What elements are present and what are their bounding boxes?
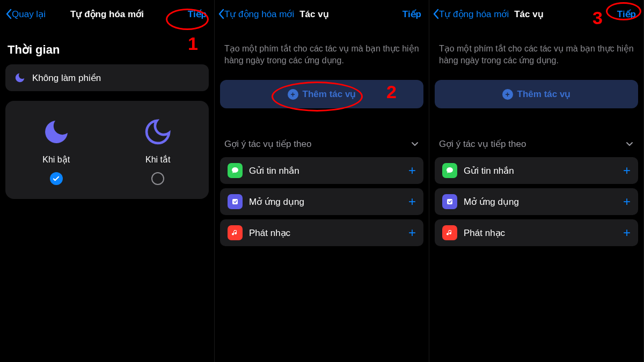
action-send-message[interactable]: Gửi tin nhắn + — [220, 157, 423, 184]
back-label: Quay lại — [12, 9, 46, 20]
pane-actions-b: Tự động hóa mới Tác vụ Tiếp Tạo một phím… — [429, 0, 644, 362]
suggestions-header[interactable]: Gợi ý tác vụ tiếp theo — [429, 108, 643, 157]
app-icon — [442, 194, 457, 209]
option-on[interactable]: Khi bật — [5, 117, 107, 185]
option-on-label: Khi bật — [42, 154, 70, 165]
svg-point-0 — [232, 167, 238, 173]
moon-icon — [14, 72, 26, 84]
action-label: Mở ứng dụng — [464, 196, 617, 208]
action-label: Mở ứng dụng — [249, 196, 402, 208]
action-send-message[interactable]: Gửi tin nhắn + — [435, 157, 638, 184]
action-label: Gửi tin nhắn — [249, 165, 402, 176]
radio-unchecked — [151, 172, 164, 185]
section-heading: Thời gian — [0, 27, 214, 64]
action-play-music[interactable]: Phát nhạc + — [220, 219, 423, 246]
header-left: Tự động hóa mới Tác vụ — [218, 9, 329, 20]
next-button[interactable]: Tiếp — [400, 8, 423, 21]
action-label: Phát nhạc — [249, 227, 402, 239]
dnd-label: Không làm phiền — [32, 72, 101, 84]
next-button[interactable]: Tiếp — [615, 8, 638, 21]
app-icon — [228, 194, 243, 209]
action-list: Gửi tin nhắn + Mở ứng dụng + Phát nhạc + — [220, 157, 423, 246]
back-button[interactable]: Quay lại — [5, 9, 46, 20]
header: Quay lại Tự động hóa mới Tiếp — [0, 0, 214, 27]
option-off[interactable]: Khi tắt — [107, 117, 209, 185]
suggestions-header[interactable]: Gợi ý tác vụ tiếp theo — [215, 108, 429, 157]
action-label: Gửi tin nhắn — [464, 165, 617, 176]
plus-icon: + — [623, 194, 631, 209]
svg-rect-1 — [232, 199, 238, 204]
action-play-music[interactable]: Phát nhạc + — [435, 219, 638, 246]
back-button[interactable]: Tự động hóa mới — [218, 9, 294, 20]
suggestions-title: Gợi ý tác vụ tiếp theo — [224, 138, 311, 150]
plus-icon: + — [623, 163, 631, 178]
header-title: Tự động hóa mới — [70, 9, 144, 20]
add-action-button[interactable]: + Thêm tác vụ — [435, 80, 638, 108]
messages-icon — [442, 163, 457, 178]
radio-checked — [50, 172, 63, 185]
pane-automation-new: Quay lại Tự động hóa mới Tiếp Thời gian … — [0, 0, 215, 362]
dnd-row[interactable]: Không làm phiền — [5, 64, 209, 91]
moon-outline-icon — [143, 117, 173, 147]
pane-actions-a: Tự động hóa mới Tác vụ Tiếp Tạo một phím… — [215, 0, 429, 362]
svg-rect-3 — [447, 199, 452, 204]
plus-icon: + — [623, 225, 631, 240]
check-icon — [53, 175, 60, 182]
chevron-down-icon — [411, 140, 419, 149]
options-card: Khi bật Khi tắt — [5, 101, 209, 199]
desc-text: Tạo một phím tắt cho các tác vụ mà bạn t… — [429, 27, 643, 76]
header-title: Tác vụ — [299, 9, 328, 20]
chevron-left-icon — [218, 9, 224, 19]
action-label: Phát nhạc — [464, 227, 617, 239]
add-action-label: Thêm tác vụ — [517, 88, 571, 100]
option-off-label: Khi tắt — [145, 154, 170, 165]
plus-icon: + — [408, 194, 416, 209]
add-action-button[interactable]: + Thêm tác vụ — [220, 80, 423, 108]
add-action-label: Thêm tác vụ — [303, 88, 356, 100]
header-left: Tự động hóa mới Tác vụ — [433, 9, 544, 20]
action-open-app[interactable]: Mở ứng dụng + — [220, 188, 423, 215]
back-label: Tự động hóa mới — [439, 9, 509, 20]
action-list: Gửi tin nhắn + Mở ứng dụng + Phát nhạc + — [435, 157, 638, 246]
plus-icon: + — [408, 225, 416, 240]
back-button[interactable]: Tự động hóa mới — [433, 9, 509, 20]
header-title: Tác vụ — [514, 9, 543, 20]
suggestions-title: Gợi ý tác vụ tiếp theo — [439, 138, 526, 150]
header: Tự động hóa mới Tác vụ Tiếp — [429, 0, 643, 27]
desc-text: Tạo một phím tắt cho các tác vụ mà bạn t… — [215, 27, 429, 76]
chevron-left-icon — [433, 9, 439, 19]
action-open-app[interactable]: Mở ứng dụng + — [435, 188, 638, 215]
svg-point-2 — [447, 167, 453, 173]
next-button[interactable]: Tiếp — [186, 8, 209, 21]
messages-icon — [228, 163, 243, 178]
music-icon — [228, 225, 243, 240]
plus-circle-icon: + — [502, 89, 513, 100]
plus-circle-icon: + — [288, 89, 298, 100]
moon-filled-icon — [41, 117, 71, 147]
header: Tự động hóa mới Tác vụ Tiếp — [215, 0, 429, 27]
music-icon — [442, 225, 457, 240]
chevron-left-icon — [5, 9, 12, 19]
chevron-down-icon — [625, 140, 634, 149]
plus-icon: + — [408, 163, 416, 178]
back-label: Tự động hóa mới — [224, 9, 294, 20]
